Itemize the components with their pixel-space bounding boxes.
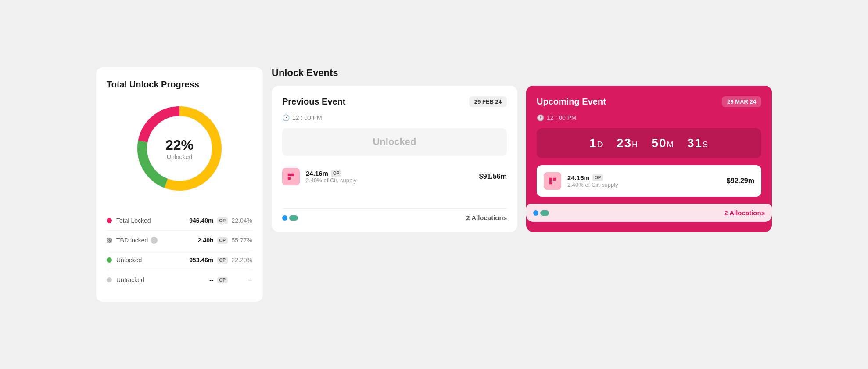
countdown-minutes: 50	[651, 136, 667, 150]
prev-allocation-supply: 2.40% of Cir. supply	[306, 177, 473, 184]
unlocked-status-box: Unlocked	[282, 128, 507, 156]
legend-values-tbd-locked: 2.40b OP 55.77%	[198, 237, 252, 244]
events-row: Previous Event 29 FEB 24 🕐 12 : 00 PM Un…	[272, 86, 772, 232]
previous-event-header: Previous Event 29 FEB 24	[282, 96, 507, 107]
dot-teal-prev	[289, 215, 298, 221]
countdown-box: 1D 23H 50M 31S	[537, 128, 761, 158]
op-token-svg-upcoming	[548, 176, 557, 186]
prev-allocations-label: 2 Allocations	[466, 214, 507, 221]
countdown-m-label: M	[667, 140, 674, 149]
svg-rect-5	[288, 174, 291, 176]
legend: Total Locked 946.40m OP 22.04% TBD locke…	[107, 211, 252, 289]
upcoming-allocation-row: 24.16m OP 2.40% of Cir. supply $92.29m	[544, 172, 754, 190]
legend-name-unlocked: Unlocked	[116, 257, 189, 264]
legend-pct-tbd-locked: 55.77%	[231, 237, 252, 244]
donut-label: Unlocked	[165, 153, 194, 160]
legend-name-total-locked: Total Locked	[116, 217, 189, 224]
upcoming-dots-indicator	[533, 210, 549, 216]
previous-event-date: 29 FEB 24	[469, 96, 507, 107]
legend-pct-untracked: --	[231, 276, 252, 283]
previous-allocation-row: 24.16m OP 2.40% of Cir. supply $91.56m	[282, 163, 507, 191]
clock-icon-prev: 🕐	[282, 114, 290, 121]
legend-badge-untracked: OP	[217, 277, 228, 283]
legend-dot-unlocked	[107, 257, 112, 263]
op-token-svg-prev	[286, 172, 296, 181]
upcoming-event-date: 29 MAR 24	[722, 96, 761, 107]
upcoming-event-time-text: 12 : 00 PM	[547, 114, 577, 121]
dot-teal-upcoming	[540, 210, 549, 216]
upcoming-event-footer[interactable]: 2 Allocations	[526, 204, 772, 222]
unlock-events-panel: Unlock Events Previous Event 29 FEB 24 🕐…	[272, 67, 772, 232]
previous-event-card: Previous Event 29 FEB 24 🕐 12 : 00 PM Un…	[272, 86, 517, 232]
legend-pct-unlocked: 22.20%	[231, 257, 252, 264]
upcoming-event-time: 🕐 12 : 00 PM	[537, 114, 761, 121]
donut-center: 22% Unlocked	[165, 137, 194, 160]
upcoming-op-badge: OP	[592, 174, 603, 181]
upcoming-allocation-value: $92.29m	[727, 177, 754, 185]
upcoming-event-card: Upcoming Event 29 MAR 24 🕐 12 : 00 PM 1D…	[526, 86, 772, 232]
legend-badge-total-locked: OP	[217, 217, 228, 224]
legend-values-total-locked: 946.40m OP 22.04%	[189, 217, 252, 224]
legend-values-untracked: -- OP --	[209, 276, 252, 283]
svg-rect-10	[553, 178, 556, 181]
donut-chart: 22% Unlocked	[131, 100, 228, 197]
dot-blue-upcoming	[533, 210, 538, 216]
legend-item-tbd-locked: TBD locked i 2.40b OP 55.77%	[107, 231, 252, 250]
donut-percent: 22%	[165, 137, 194, 153]
legend-item-untracked: Untracked -- OP --	[107, 270, 252, 289]
previous-event-time: 🕐 12 : 00 PM	[282, 114, 507, 121]
legend-amount-untracked: --	[209, 276, 213, 283]
prev-op-badge: OP	[331, 170, 341, 177]
legend-item-total-locked: Total Locked 946.40m OP 22.04%	[107, 211, 252, 231]
unlocked-status-text: Unlocked	[373, 136, 416, 147]
previous-event-time-text: 12 : 00 PM	[292, 114, 322, 121]
legend-badge-unlocked: OP	[217, 257, 228, 264]
countdown-days: 1	[589, 136, 597, 150]
upcoming-allocations-label: 2 Allocations	[724, 209, 765, 217]
svg-rect-6	[288, 177, 291, 180]
countdown-h-label: H	[632, 140, 638, 149]
legend-dot-untracked	[107, 277, 112, 282]
prev-token-icon	[282, 168, 300, 185]
legend-name-tbd-locked: TBD locked i	[116, 237, 198, 244]
legend-amount-tbd-locked: 2.40b	[198, 237, 214, 244]
legend-item-unlocked: Unlocked 953.46m OP 22.20%	[107, 250, 252, 270]
countdown-s-label: S	[703, 140, 709, 149]
countdown-d-label: D	[597, 140, 604, 149]
prev-allocation-value: $91.56m	[479, 173, 507, 181]
info-icon-tbd[interactable]: i	[151, 237, 158, 244]
legend-badge-tbd-locked: OP	[217, 237, 228, 244]
prev-allocation-info: 24.16m OP 2.40% of Cir. supply	[306, 170, 473, 184]
upcoming-allocation-box: 24.16m OP 2.40% of Cir. supply $92.29m	[537, 165, 761, 197]
upcoming-event-title: Upcoming Event	[537, 97, 606, 107]
legend-dot-tbd-locked	[107, 238, 112, 243]
legend-pct-total-locked: 22.04%	[231, 217, 252, 224]
svg-rect-9	[549, 181, 552, 184]
svg-rect-7	[291, 174, 294, 176]
countdown-hours: 23	[617, 136, 632, 150]
prev-dots-indicator	[282, 215, 298, 221]
legend-amount-unlocked: 953.46m	[189, 257, 213, 264]
previous-event-title: Previous Event	[282, 97, 346, 107]
upcoming-allocation-info: 24.16m OP 2.40% of Cir. supply	[567, 174, 721, 188]
prev-allocation-amount: 24.16m OP	[306, 170, 473, 177]
svg-rect-8	[549, 178, 552, 181]
dashboard: Total Unlock Progress	[96, 67, 772, 302]
clock-icon-upcoming: 🕐	[537, 114, 544, 121]
upcoming-allocation-amount: 24.16m OP	[567, 174, 721, 181]
dot-blue-prev	[282, 215, 287, 221]
legend-dot-total-locked	[107, 218, 112, 223]
countdown-text: 1D 23H 50M 31S	[589, 136, 709, 150]
legend-name-untracked: Untracked	[116, 276, 209, 283]
upcoming-token-icon	[544, 172, 561, 190]
legend-values-unlocked: 953.46m OP 22.20%	[189, 257, 252, 264]
previous-event-footer[interactable]: 2 Allocations	[282, 208, 507, 221]
section-title: Unlock Events	[272, 67, 772, 79]
upcoming-event-header: Upcoming Event 29 MAR 24	[537, 96, 761, 107]
upcoming-allocation-supply: 2.40% of Cir. supply	[567, 181, 721, 188]
total-unlock-panel: Total Unlock Progress	[96, 67, 263, 302]
panel-title: Total Unlock Progress	[107, 80, 252, 90]
countdown-seconds: 31	[687, 136, 703, 150]
legend-amount-total-locked: 946.40m	[189, 217, 213, 224]
